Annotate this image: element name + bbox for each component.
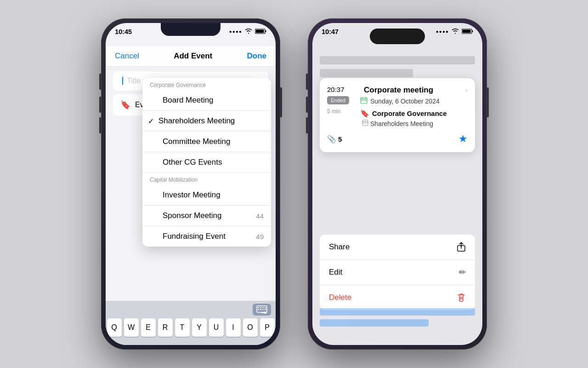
duration-label: 5 min <box>327 108 340 115</box>
title-placeholder: Title <box>127 77 141 85</box>
svg-rect-26 <box>367 123 368 124</box>
section-header-cg: Corporate Governance <box>142 78 271 90</box>
sponsor-meeting-label: Sponsor Meeting <box>163 211 222 220</box>
key-i[interactable]: I <box>226 318 241 337</box>
done-button[interactable]: Done <box>247 52 266 61</box>
blur-row-1 <box>320 56 475 64</box>
dropdown-item-other-cg[interactable]: Other CG Events <box>142 152 271 173</box>
key-e[interactable]: E <box>141 318 156 337</box>
share-button[interactable]: Share <box>320 235 475 260</box>
paperclip-icon: 📎 <box>327 135 336 144</box>
keyboard-area: Q W E R T Y U I O P <box>106 301 276 345</box>
left-screen: 10:45 ●●●● Cancel Add Event Done <box>106 23 276 345</box>
attachment-row: 📎 5 <box>327 135 342 144</box>
key-t[interactable]: T <box>175 318 190 337</box>
svg-rect-23 <box>362 121 368 122</box>
delete-label: Delete <box>329 293 351 302</box>
other-cg-label: Other CG Events <box>163 158 222 167</box>
action-buttons: Share Edit ✏ Delete <box>320 235 475 310</box>
signal-icon: ●●●● <box>229 29 242 34</box>
left-status-icons: ●●●● <box>229 29 266 34</box>
dynamic-island <box>370 29 425 44</box>
notch <box>161 23 220 36</box>
edit-label: Edit <box>329 268 342 277</box>
add-event-title: Add Event <box>174 52 212 61</box>
event-time: 20:37 <box>327 86 345 93</box>
svg-rect-2 <box>256 30 264 33</box>
key-o[interactable]: O <box>243 318 258 337</box>
keyboard-row: Q W E R T Y U I O P <box>107 318 275 337</box>
battery-icon-right <box>462 29 473 34</box>
svg-rect-10 <box>262 309 264 310</box>
svg-rect-13 <box>472 30 473 32</box>
right-status-icons: ●●●● <box>436 29 473 34</box>
calendar-icon-left: 🔖 <box>120 100 130 110</box>
section-header-cm: Capital Mobilization <box>142 173 271 185</box>
event-title: Corporate meeting <box>364 86 465 95</box>
bookmark-icon: 🔖 <box>360 109 369 118</box>
edit-button[interactable]: Edit ✏ <box>320 260 475 285</box>
dropdown-item-board-meeting[interactable]: Board Meeting <box>142 90 271 111</box>
key-y[interactable]: Y <box>192 318 207 337</box>
wifi-icon <box>245 29 252 34</box>
share-label: Share <box>329 242 350 252</box>
event-calendar-row: 🔖 Corporate Governance <box>360 109 468 118</box>
svg-rect-1 <box>266 30 266 32</box>
event-date-row: Sunday, 6 October 2024 <box>360 97 468 105</box>
battery-icon <box>255 29 266 34</box>
share-icon <box>457 242 466 252</box>
cancel-button[interactable]: Cancel <box>115 52 139 61</box>
add-event-header: Cancel Add Event Done <box>106 46 276 67</box>
event-footer: 📎 5 ★ <box>327 133 468 145</box>
svg-rect-11 <box>265 309 266 310</box>
dropdown-item-investor-meeting[interactable]: Investor Meeting <box>142 185 271 206</box>
dropdown-item-sponsor-meeting[interactable]: Sponsor Meeting 44 <box>142 206 271 226</box>
dropdown-item-fundraising[interactable]: Fundraising Event 49 <box>142 226 271 247</box>
calendar-date-icon <box>360 97 368 105</box>
dropdown-item-committee-meeting[interactable]: Committee Meeting <box>142 132 271 152</box>
attachment-count: 5 <box>338 135 342 143</box>
svg-rect-14 <box>463 30 471 33</box>
committee-meeting-label: Committee Meeting <box>163 137 230 146</box>
bottom-blurred <box>320 308 475 327</box>
delete-button[interactable]: Delete <box>320 285 475 310</box>
svg-rect-19 <box>362 100 362 101</box>
chevron-right-icon: › <box>465 86 468 94</box>
pencil-icon: ✏ <box>459 267 466 277</box>
key-r[interactable]: R <box>158 318 173 337</box>
left-time: 10:45 <box>115 28 132 35</box>
category-dropdown[interactable]: Corporate Governance Board Meeting Share… <box>142 78 271 247</box>
dropdown-item-shareholders-meeting[interactable]: Shareholders Meeting <box>142 111 271 132</box>
event-right-col: Corporate meeting › <box>360 86 468 127</box>
investor-meeting-label: Investor Meeting <box>163 190 220 200</box>
calendar-sub-row: Shareholders Meeting <box>362 120 468 127</box>
sub-calendar-icon <box>362 120 368 127</box>
keyboard-icon[interactable] <box>253 304 271 316</box>
svg-rect-16 <box>361 99 367 99</box>
shareholders-meeting-label: Shareholders Meeting <box>158 116 235 126</box>
board-meeting-label: Board Meeting <box>163 96 214 105</box>
keyboard-icon-row <box>107 304 275 318</box>
right-phone: 10:47 ●●●● <box>308 18 487 350</box>
svg-rect-6 <box>262 307 264 308</box>
svg-point-18 <box>365 98 366 99</box>
svg-rect-24 <box>363 123 364 124</box>
key-q[interactable]: Q <box>107 318 122 337</box>
trash-icon <box>457 293 466 303</box>
key-w[interactable]: W <box>124 318 139 337</box>
signal-icon-right: ●●●● <box>436 29 449 34</box>
event-left-col: 20:37 Ended 5 min <box>327 86 355 127</box>
event-card-top: 20:37 Ended 5 min Corporate meeting › <box>327 86 468 127</box>
svg-rect-25 <box>365 123 366 124</box>
key-p[interactable]: P <box>260 318 275 337</box>
event-card[interactable]: 20:37 Ended 5 min Corporate meeting › <box>320 78 475 152</box>
wifi-icon-right <box>452 29 459 34</box>
key-u[interactable]: U <box>209 318 224 337</box>
svg-rect-21 <box>365 100 366 101</box>
svg-point-17 <box>362 98 363 99</box>
ended-badge: Ended <box>327 96 349 104</box>
svg-rect-5 <box>260 307 261 308</box>
right-screen: 10:47 ●●●● <box>312 23 482 345</box>
svg-rect-20 <box>363 100 364 101</box>
star-icon[interactable]: ★ <box>458 133 468 145</box>
